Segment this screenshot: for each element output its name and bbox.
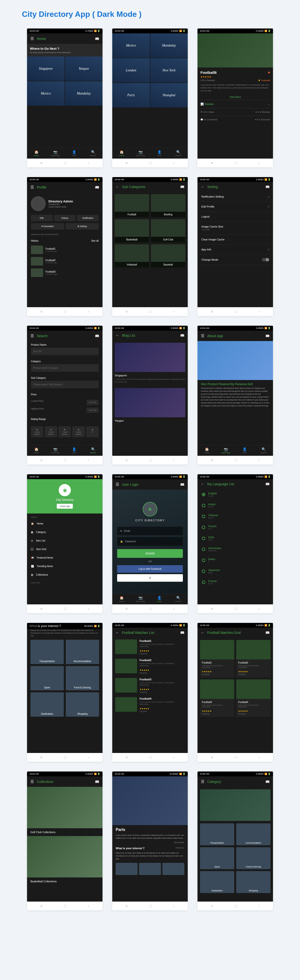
match-list-item[interactable]: Football3Lorem ipsum dolor sit amet, con… bbox=[112, 676, 188, 695]
tab-home[interactable]: 🏠Home bbox=[27, 148, 46, 159]
book-icon[interactable]: 📖 bbox=[95, 37, 99, 41]
tab-user[interactable]: 👤User bbox=[65, 148, 84, 159]
book-icon[interactable]: 📖 bbox=[265, 334, 270, 338]
tab-user[interactable]: 👤User bbox=[150, 594, 169, 605]
interest-thumb[interactable] bbox=[139, 863, 161, 875]
subcategory-tile[interactable]: Basketball bbox=[115, 219, 149, 242]
back-icon[interactable]: ← bbox=[201, 482, 204, 486]
lowest-price-input[interactable]: Not Set bbox=[86, 400, 98, 405]
drawer-collections[interactable]: ▤Collections bbox=[27, 571, 103, 579]
language-option[interactable]: Indiahi_in bbox=[197, 533, 273, 544]
rating-4[interactable]: ★4 andabove bbox=[72, 426, 85, 437]
blog-item[interactable]: Yangon bbox=[112, 386, 188, 426]
city-tile[interactable]: Mandalay bbox=[150, 33, 188, 58]
setting-edit-profile[interactable]: Edit Profile› bbox=[197, 202, 273, 212]
interest-tile[interactable]: Food & Dinning bbox=[66, 666, 99, 690]
match-list-item[interactable]: Football2Lorem ipsum dolor sit amet, con… bbox=[112, 657, 188, 676]
city-tile[interactable]: Mexico bbox=[27, 81, 65, 106]
menu-icon[interactable]: ☰ bbox=[201, 779, 204, 784]
google-login-button[interactable]: G bbox=[117, 574, 183, 582]
favorite-icon[interactable]: ♥ bbox=[268, 70, 270, 75]
subcategory-tile[interactable]: Bowling bbox=[151, 194, 185, 217]
category-tile[interactable]: Shopping bbox=[236, 871, 271, 893]
blog-item[interactable]: SingaporeLorem ipsum amet amet.consectet… bbox=[112, 340, 188, 386]
email-input[interactable]: ✉Email bbox=[117, 527, 183, 535]
highest-price-input[interactable]: Not Set bbox=[86, 407, 98, 413]
drawer-home[interactable]: 🏠Home bbox=[27, 519, 103, 528]
favourites-button[interactable]: ♥ Favourites bbox=[31, 223, 64, 229]
subcategory-tile[interactable]: Baseball bbox=[151, 244, 185, 267]
collection-item[interactable]: Basketball Collections bbox=[27, 836, 103, 885]
tab-about[interactable]: 📷About App bbox=[131, 594, 150, 605]
rating-5[interactable]: ★5 bbox=[86, 426, 98, 437]
tab-home[interactable]: 🏠Home bbox=[112, 594, 131, 605]
tab-about[interactable]: 📷About App bbox=[46, 445, 65, 456]
category-tile[interactable]: Transportation bbox=[200, 823, 234, 845]
tab-about[interactable]: 📷About App bbox=[46, 148, 65, 159]
see-all-link[interactable]: See all bbox=[91, 239, 98, 242]
language-option[interactable]: Arabicar_dz bbox=[197, 500, 273, 511]
city-tile[interactable]: London bbox=[112, 58, 150, 83]
setting-button[interactable]: ⚙ Setting bbox=[65, 223, 98, 229]
interest-tile[interactable]: Transportation bbox=[30, 640, 64, 664]
menu-icon[interactable]: ☰ bbox=[30, 334, 34, 338]
interest-tile[interactable]: Sport bbox=[30, 666, 64, 690]
book-icon[interactable]: 📖 bbox=[95, 185, 99, 189]
subcategory-select[interactable]: Please select SubCategory bbox=[31, 381, 98, 388]
menu-icon[interactable]: ☰ bbox=[30, 185, 34, 189]
language-option[interactable]: Englishen_us bbox=[197, 489, 273, 500]
setting-logout[interactable]: Logout bbox=[197, 212, 273, 222]
category-tile[interactable]: Destination bbox=[200, 871, 234, 893]
city-tile[interactable]: Yangon bbox=[65, 57, 103, 81]
language-option[interactable]: Frenchfr_fr bbox=[197, 522, 273, 533]
book-icon[interactable]: 📖 bbox=[265, 185, 270, 189]
menu-icon[interactable]: ☰ bbox=[116, 482, 119, 487]
avatar[interactable] bbox=[31, 196, 46, 211]
nav-home[interactable]: □ bbox=[64, 161, 66, 165]
view-all-link[interactable]: VIEW ALL bbox=[176, 847, 184, 850]
book-icon[interactable]: 📖 bbox=[180, 185, 184, 189]
rating-3[interactable]: ★3 andabove bbox=[59, 426, 71, 437]
back-icon[interactable]: ← bbox=[201, 185, 204, 189]
tab-user[interactable]: 👤User bbox=[150, 148, 169, 159]
tab-home[interactable]: 🏠Home bbox=[112, 148, 131, 159]
product-name-input[interactable]: Not Set bbox=[31, 348, 98, 355]
book-icon[interactable]: 📖 bbox=[180, 482, 184, 487]
menu-icon[interactable]: ☰ bbox=[201, 334, 204, 338]
interest-thumb[interactable] bbox=[116, 863, 138, 875]
category-select[interactable]: Please select Category bbox=[31, 364, 98, 372]
tab-search[interactable]: 🔍Search bbox=[169, 148, 188, 159]
setting-clear-cache[interactable]: Clear Image Cache bbox=[197, 235, 273, 245]
history-item[interactable]: Football33 months ago bbox=[27, 267, 103, 278]
back-icon[interactable]: ← bbox=[116, 185, 119, 189]
back-icon[interactable]: ← bbox=[116, 631, 119, 635]
tab-home[interactable]: 🏠Home bbox=[27, 445, 46, 456]
menu-icon[interactable]: ☰ bbox=[30, 36, 34, 41]
notification-button[interactable]: Notification bbox=[77, 215, 98, 221]
tab-about[interactable]: 📷About App bbox=[131, 148, 150, 159]
rating-1[interactable]: ★1 andabove bbox=[31, 426, 43, 437]
interest-thumb[interactable] bbox=[162, 863, 184, 875]
subcategory-tile[interactable]: Golf Club bbox=[151, 219, 185, 242]
book-icon[interactable]: 📖 bbox=[180, 334, 184, 337]
book-icon[interactable]: 📖 bbox=[265, 482, 270, 486]
drawer-item-list[interactable]: ◷Item List bbox=[27, 536, 103, 545]
close-app-button[interactable]: Close App bbox=[57, 504, 73, 509]
match-grid-item[interactable]: Football2Lorem ipsum dolor sit amet, con… bbox=[236, 640, 271, 678]
back-icon[interactable]: ← bbox=[116, 334, 119, 337]
dark-mode-toggle[interactable] bbox=[262, 258, 269, 261]
city-tile[interactable]: New York bbox=[150, 58, 188, 83]
setting-app-info[interactable]: App Info› bbox=[197, 245, 273, 255]
category-tile[interactable]: Accommodation bbox=[236, 823, 271, 845]
drawer-trending[interactable]: 📈Trending Items bbox=[27, 562, 103, 571]
category-tile[interactable]: Sport bbox=[200, 847, 234, 869]
subcategory-tile[interactable]: Football bbox=[115, 194, 149, 217]
tab-about[interactable]: 📷About App bbox=[216, 445, 235, 456]
password-input[interactable]: 🔒Password bbox=[117, 537, 183, 546]
history-button[interactable]: History bbox=[54, 215, 76, 221]
match-grid-item[interactable]: Football4Lorem ipsum dolor sit amet, con… bbox=[236, 679, 271, 717]
tab-search[interactable]: 🔍Search bbox=[254, 445, 273, 456]
book-icon[interactable]: 📖 bbox=[95, 780, 99, 784]
tab-search[interactable]: 🔍Search bbox=[84, 148, 103, 159]
drawer-item-grid[interactable]: ⿳Item Grid bbox=[27, 545, 103, 554]
